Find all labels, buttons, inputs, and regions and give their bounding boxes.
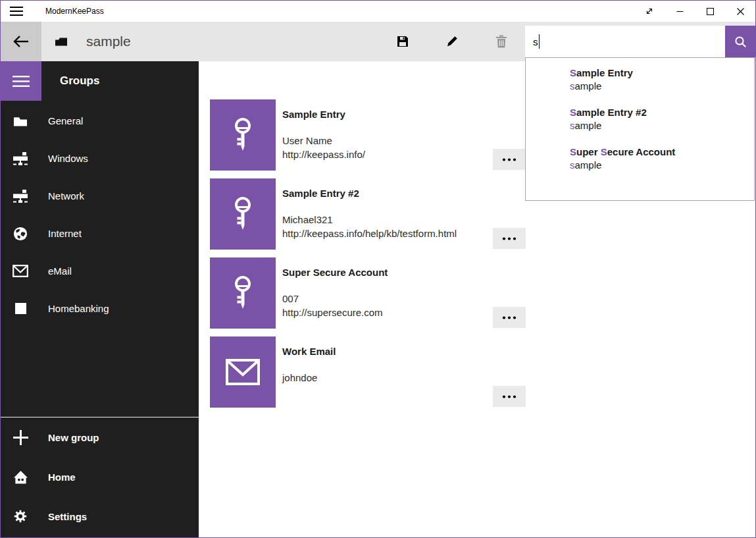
gear-icon [13, 509, 28, 524]
key-icon [228, 117, 257, 153]
save-button[interactable] [390, 22, 416, 61]
delete-button[interactable] [488, 22, 515, 61]
entry-title: Work Email [282, 346, 336, 357]
entry-details: johndoe [282, 371, 317, 385]
trash-icon [495, 35, 507, 48]
pencil-icon [445, 35, 459, 48]
network-icon [13, 151, 28, 166]
suggestion-subtitle: sample [570, 80, 754, 93]
suggestion-title: Super Secure Account [570, 146, 754, 159]
appbar: sample [1, 22, 755, 61]
app-window: ModernKeePass [0, 0, 756, 538]
close-icon [737, 8, 744, 15]
envelope-icon [226, 359, 260, 385]
window-controls [634, 1, 755, 22]
more-button[interactable] [493, 307, 526, 328]
minimize-button[interactable] [665, 1, 695, 22]
search-input-value: s [533, 36, 538, 47]
edit-button[interactable] [439, 22, 465, 61]
entry-title: Sample Entry #2 [282, 188, 359, 199]
suggestion-title: Sample Entry #2 [570, 106, 754, 119]
text-caret [539, 34, 540, 49]
search-suggestions: Sample Entry sample Sample Entry #2 samp… [525, 57, 755, 201]
groups-heading: Groups [60, 61, 99, 101]
maximize-button[interactable] [695, 1, 725, 22]
suggestion-item[interactable]: Super Secure Account sample [570, 146, 754, 172]
maximize-icon [707, 8, 714, 15]
save-icon [396, 35, 409, 48]
entry-tile[interactable] [210, 257, 276, 329]
plus-icon [13, 430, 28, 445]
suggestion-item[interactable]: Sample Entry sample [570, 67, 754, 93]
sidebar-item-windows[interactable]: Windows [1, 140, 199, 177]
entry-row[interactable]: Sample Entry User Name http://keepass.in… [210, 99, 552, 171]
sidebar-item-label: Network [48, 190, 84, 202]
sidebar-action-label: Home [48, 471, 76, 483]
entry-title: Sample Entry [282, 109, 345, 120]
sidebar-item-general[interactable]: General [1, 102, 199, 140]
sidebar: Groups General Windows Network [1, 61, 199, 537]
home-button[interactable]: Home [1, 457, 199, 497]
key-icon [228, 275, 257, 311]
suggestion-title: Sample Entry [570, 67, 754, 80]
ellipsis-icon [502, 316, 517, 319]
entry-tile[interactable] [210, 178, 276, 250]
sidebar-item-label: Homebanking [48, 303, 109, 314]
sidebar-item-label: General [48, 115, 83, 126]
search-icon [734, 36, 747, 48]
settings-button[interactable]: Settings [1, 497, 199, 536]
entry-username: Michael321 [282, 213, 457, 227]
groups-list: General Windows Network [1, 102, 199, 327]
search-input[interactable]: s [525, 26, 725, 57]
entry-username: User Name [282, 134, 365, 148]
minimize-icon [676, 8, 684, 15]
sidebar-item-homebanking[interactable]: Homebanking [1, 290, 199, 327]
globe-icon [13, 227, 28, 241]
entry-details: 007 http://supersecure.com [282, 292, 383, 319]
window-title: ModernKeePass [45, 7, 104, 16]
sidebar-item-network[interactable]: Network [1, 177, 199, 215]
more-button[interactable] [493, 228, 526, 249]
entry-title: Super Secure Account [282, 267, 388, 278]
hamburger-icon[interactable] [9, 7, 24, 16]
sidebar-bottom: New group Home [1, 417, 199, 536]
entry-url: http://keepass.info/help/kb/testform.htm… [282, 227, 457, 240]
ellipsis-icon [502, 395, 517, 398]
envelope-icon [13, 265, 28, 277]
home-icon [13, 470, 28, 484]
back-button[interactable] [1, 22, 41, 61]
more-button[interactable] [493, 149, 526, 170]
fullscreen-icon [645, 7, 654, 16]
fullscreen-button[interactable] [634, 1, 665, 22]
database-icon [55, 37, 68, 47]
square-icon [13, 303, 28, 314]
entry-row[interactable]: Sample Entry #2 Michael321 http://keepas… [210, 178, 552, 250]
back-arrow-icon [13, 35, 30, 48]
sidebar-item-label: Windows [48, 153, 88, 164]
entry-url: http://keepass.info/ [282, 148, 365, 161]
entry-tile[interactable] [210, 336, 276, 408]
entry-url: http://supersecure.com [282, 306, 383, 319]
entry-username: 007 [282, 292, 383, 306]
ellipsis-icon [502, 237, 517, 240]
entry-row[interactable]: Work Email johndoe [210, 336, 552, 408]
suggestion-item[interactable]: Sample Entry #2 sample [570, 106, 754, 132]
new-group-button[interactable]: New group [1, 417, 199, 457]
key-icon [228, 196, 257, 232]
sidebar-item-email[interactable]: eMail [1, 252, 199, 290]
sidebar-action-label: New group [48, 432, 99, 443]
sidebar-hamburger-button[interactable] [1, 61, 41, 101]
sidebar-item-label: eMail [48, 265, 72, 277]
entry-details: User Name http://keepass.info/ [282, 134, 365, 161]
database-title: sample [86, 22, 131, 61]
more-button[interactable] [493, 386, 526, 407]
sidebar-item-internet[interactable]: Internet [1, 215, 199, 252]
close-button[interactable] [725, 1, 755, 22]
search-button[interactable] [725, 26, 755, 57]
sidebar-action-label: Settings [48, 511, 87, 522]
entry-row[interactable]: Super Secure Account 007 http://supersec… [210, 257, 552, 329]
entry-tile[interactable] [210, 99, 276, 171]
folder-icon [13, 115, 28, 126]
titlebar: ModernKeePass [1, 1, 755, 22]
suggestion-subtitle: sample [570, 119, 754, 132]
